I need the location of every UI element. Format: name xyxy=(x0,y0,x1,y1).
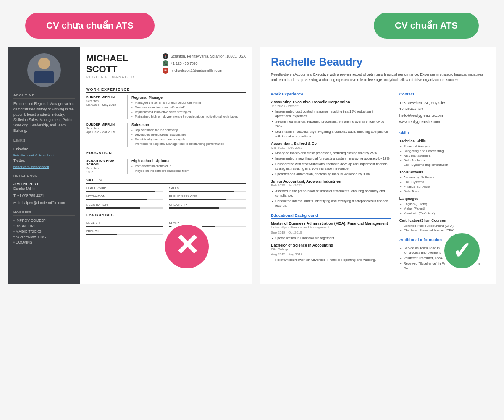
hobby-4: SCREENWRITING xyxy=(13,235,75,239)
work-bullet-1-4: Maintained high employee morale through … xyxy=(131,115,246,118)
ats-edu-1-dates: Sep 2018 - Oct 2019 xyxy=(271,231,391,234)
ats-edu-2-b1: Relevant coursework in Advanced Financia… xyxy=(271,257,391,262)
ats-contact-email: hello@reallygreatsite.com xyxy=(399,113,485,119)
ats-tools-skills: Tools/Sofware Accounting Software ERP Sy… xyxy=(399,170,485,193)
linkedin-label: LinkedIn: xyxy=(13,147,75,152)
check-symbol: ✓ xyxy=(452,237,472,264)
ats-technical-skills: Technical Skills Financial Analysis Budg… xyxy=(399,139,485,167)
work-date-2: Apr 1992 - Mar 2005 xyxy=(86,130,124,134)
ats-edu-2-title: Bachelor of Science in Accounting xyxy=(271,243,391,247)
ats-cert-1: Certified Public Accountant (CPA) xyxy=(399,224,485,228)
reference-section-title: REFERENCE xyxy=(13,174,75,179)
x-symbol: ✕ xyxy=(175,231,200,260)
ats-job-3-b2: Conducted internal audits, identifying a… xyxy=(271,199,391,208)
work-role-1: Regional Manager xyxy=(131,95,246,100)
ats-contact-title: Contact xyxy=(399,92,485,97)
skill-negotiation: NEGOTIATION xyxy=(86,203,163,209)
work-bullet-2-1: Top salesman for the company xyxy=(131,128,246,132)
work-date-1: Mar 2005 - May 2013 xyxy=(86,103,124,107)
ats-tool-3: Finance Software xyxy=(399,185,485,189)
ats-lang-2: Malay (Fluent) xyxy=(399,207,485,210)
contact-location: Scranton, Pennsylvania, Scranton, 18503,… xyxy=(171,54,246,58)
ats-edu-title: Educational Background xyxy=(271,213,391,219)
ats-contact-address: 123 Anywhere St., Any City xyxy=(399,100,485,106)
cv-title: REGIONAL MANAGER xyxy=(86,75,135,79)
work-company-1: DUNDER MIFFLIN xyxy=(86,95,124,99)
work-bullet-2-4: Promoted to Regional Manager due to outs… xyxy=(131,142,246,146)
ats-lang-3: Mandarin (Proficient) xyxy=(399,211,485,215)
hobby-5: COOKING xyxy=(13,240,75,244)
ats-job-1-b1: Implemented cost-control measures result… xyxy=(271,109,391,118)
ats-work-title: Work Experience xyxy=(271,92,391,97)
skill-public-speaking: PUBLIC SPEAKING xyxy=(169,194,246,200)
ats-tool-4: Data Tools xyxy=(399,189,485,193)
skill-sales: SALES xyxy=(169,186,246,192)
ats-edu-2-school: City College xyxy=(271,247,391,251)
ats-lang-title: Languages xyxy=(399,197,485,201)
ats-edu-section: Educational Background Master of Busines… xyxy=(271,213,391,262)
ats-job-3-meta: Feb 2020 - Jan 2021 xyxy=(271,184,391,187)
edu-degree-1: High School Diploma xyxy=(131,159,246,163)
work-company-2: DUNDER MIFFLIN xyxy=(86,123,124,126)
skills-section-title: SKILLS xyxy=(86,178,246,184)
ats-skill-2: Budgeting and Forecasting xyxy=(399,149,485,153)
edu-location-1: Scranton xyxy=(86,166,124,170)
cv-name-line1: MICHAEL xyxy=(86,53,135,63)
ats-lang-1: English (Fluent) xyxy=(399,202,485,206)
ref-company: Dunder Mifflin xyxy=(13,186,75,192)
ats-job-2-b4: Spearheaded automation, decreasing manua… xyxy=(271,172,391,176)
ats-cert-group: Certification/Short Courses Certified Pu… xyxy=(399,218,485,232)
ats-skills-title: Skills xyxy=(399,131,485,136)
ats-main-col: Work Experience Accounting Executive, Bo… xyxy=(271,92,391,276)
hobby-1: IMPROV COMEDY xyxy=(13,218,75,223)
ats-job-1-title: Accounting Executive, Borcelle Corporati… xyxy=(271,100,391,104)
work-location-1: Scranton xyxy=(86,99,124,103)
lang-english: ENGLISH xyxy=(86,221,163,227)
ats-skills-section: Skills Technical Skills Financial Analys… xyxy=(399,131,485,232)
cv-contact: 📍 Scranton, Pennsylvania, Scranton, 1850… xyxy=(163,53,246,75)
ats-job-1-b2: Streamlined financial reporting processe… xyxy=(271,119,391,129)
ats-job-1-meta: Jan 2023 - Present xyxy=(271,104,391,108)
ats-summary: Results-driven Accounting Executive with… xyxy=(271,72,485,87)
phone-icon: 📞 xyxy=(163,60,168,66)
work-bullet-1-2: Oversaw sales team and office staff xyxy=(131,105,246,109)
left-cv-sidebar: ABOUT ME Experienced Regional Manager wi… xyxy=(8,47,80,284)
ats-job-1-b3: Led a team in successfully navigating a … xyxy=(271,129,391,139)
ats-edu-1-school: University of Finance and Management xyxy=(271,226,391,229)
ats-job-3-b1: Assisted in the preparation of financial… xyxy=(271,189,391,198)
linkedin-link[interactable]: linkedin.com/in/michaelscott xyxy=(13,153,75,157)
about-text: Experienced Regional Manager with a demo… xyxy=(13,101,75,134)
ats-work-section: Work Experience Accounting Executive, Bo… xyxy=(271,92,391,208)
twitter-label: Twitter: xyxy=(13,158,75,163)
twitter-link[interactable]: twitter.com/michaelscott xyxy=(13,165,75,169)
avatar xyxy=(27,53,61,87)
ats-lang-group: Languages English (Fluent) Malay (Fluent… xyxy=(399,197,485,215)
lang-section-title: LANGUAGES xyxy=(86,213,246,218)
edu-school-1: SCRANTON HIGH SCHOOL xyxy=(86,159,124,166)
cv-name-line2: SCOTT xyxy=(86,64,135,74)
ats-contact-website: www.reallygreatsite.com xyxy=(399,119,485,125)
ats-banner: CV chuẩn ATS xyxy=(374,13,479,39)
ats-contact-section: Contact 123 Anywhere St., Any City 123-4… xyxy=(399,92,485,126)
hobby-3: MAGIC TRICKS xyxy=(13,229,75,234)
ats-job-3-title: Junior Accountant, Arowwai Industries xyxy=(271,179,391,184)
ats-skill-1: Financial Analysis xyxy=(399,144,485,148)
work-bullet-1-1: Managed the Scranton branch of Dunder Mi… xyxy=(131,101,246,105)
main-content: ABOUT ME Experienced Regional Manager wi… xyxy=(0,47,504,284)
lang-french: FRENCH xyxy=(86,229,163,235)
skills-grid: LEADERSHIP SALES MOTIVATION PUBLIC SPEAK… xyxy=(86,186,246,209)
ats-tool-1: Accounting Software xyxy=(399,176,485,179)
ref-email: E: jimhalpert@dundermifflin.com xyxy=(13,200,75,206)
ats-skill-4: Data Analytics xyxy=(399,158,485,162)
ats-job-2-b1: Managed month-end close processes, reduc… xyxy=(271,151,391,155)
edu-bullet-1-1: Participated in drama club xyxy=(131,164,246,168)
check-badge: ✓ xyxy=(441,230,483,272)
ats-job-2-title: Accountant, Salford & Co xyxy=(271,142,391,146)
work-bullet-2-2: Developed strong client relationships xyxy=(131,133,246,136)
edu-year-1: 1982 xyxy=(86,170,124,174)
ats-cert-2: Chartered Financial Analyst (CFA) xyxy=(399,228,485,232)
x-badge: ✕ xyxy=(162,221,212,272)
ats-job-2-b3: Collaborated with cross-functional teams… xyxy=(271,162,391,171)
ats-edu-2-dates: Aug 2015 - Aug 2018 xyxy=(271,252,391,256)
work-location-2: Scranton xyxy=(86,126,124,130)
